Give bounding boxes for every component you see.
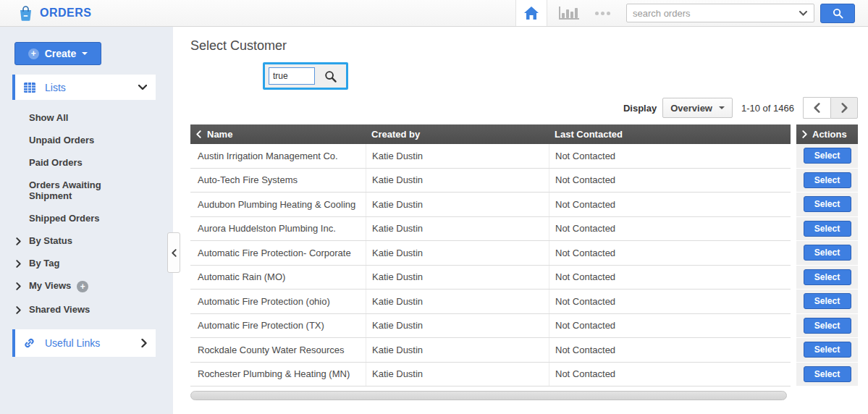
search-scope-dropdown[interactable] <box>792 4 814 22</box>
customer-table-main: Name Created by Last Contacted Austin Ir… <box>190 124 791 400</box>
cell-name: Aurora Huddelston Plumbing Inc. <box>190 217 366 241</box>
chevron-right-icon <box>16 259 21 270</box>
actions-cell: Select <box>796 241 858 266</box>
pagination-group <box>803 97 858 119</box>
sidebar-item-my-views[interactable]: My Views+ <box>0 274 138 298</box>
actions-cell: Select <box>796 144 858 169</box>
sidebar-item-unpaid-orders[interactable]: Unpaid Orders+ <box>0 129 138 151</box>
column-header-created-by: Created by <box>366 129 549 140</box>
next-page-button[interactable] <box>830 97 858 119</box>
sidebar-item-label: Orders Awaiting Shipment <box>29 179 101 201</box>
select-button[interactable]: Select <box>804 148 851 164</box>
cell-name: Automatic Fire Protection (ohio) <box>190 290 366 313</box>
sidebar-item-show-all[interactable]: Show All+ <box>0 106 138 129</box>
caret-down-icon <box>719 106 725 112</box>
chevron-left-icon <box>814 103 820 113</box>
shopping-bag-icon <box>19 6 33 21</box>
chevron-left-icon <box>196 130 201 138</box>
table-header: Name Created by Last Contacted <box>190 124 791 144</box>
display-label: Display <box>623 103 657 114</box>
select-button[interactable]: Select <box>804 342 851 358</box>
app-title: ORDERS <box>40 7 91 20</box>
sidebar-item-label: Shared Views <box>29 304 90 315</box>
main-content: Select Customer Display Overview 1-10 of… <box>173 27 868 414</box>
actions-cell: Select <box>796 169 858 193</box>
more-options-button[interactable] <box>595 12 610 15</box>
topbar-right-group <box>515 0 868 26</box>
cell-created-by: Katie Dustin <box>366 290 549 313</box>
column-header-name[interactable]: Name <box>190 129 366 140</box>
cell-created-by: Katie Dustin <box>366 314 549 338</box>
cell-name: Automatic Fire Protection- Corporate <box>190 241 366 265</box>
cell-last-contacted: Not Contacted <box>549 266 791 290</box>
sidebar-collapse-handle[interactable] <box>167 232 180 273</box>
cell-last-contacted: Not Contacted <box>549 217 791 241</box>
useful-links-label: Useful Links <box>45 337 100 349</box>
sidebar-item-by-tag[interactable]: By Tag+ <box>0 252 138 274</box>
sidebar-item-useful-links[interactable]: Useful Links <box>12 329 156 357</box>
column-header-actions[interactable]: Actions <box>796 124 858 144</box>
sidebar-item-label: Unpaid Orders <box>29 135 94 145</box>
app-logo: ORDERS <box>19 6 91 21</box>
actions-cell: Select <box>796 338 858 363</box>
global-search-input[interactable] <box>627 8 792 19</box>
sidebar-item-by-status[interactable]: By Status+ <box>0 229 138 252</box>
select-button[interactable]: Select <box>804 245 851 261</box>
select-button[interactable]: Select <box>804 196 851 212</box>
create-button[interactable]: + Create <box>14 42 101 65</box>
plus-icon: + <box>28 48 39 59</box>
bar-chart-icon <box>559 7 579 20</box>
sidebar-item-shared-views[interactable]: Shared Views+ <box>0 298 138 321</box>
column-label-created-by: Created by <box>371 129 420 140</box>
actions-cell: Select <box>796 217 858 242</box>
dot-icon <box>601 12 604 15</box>
actions-cell: Select <box>796 290 858 314</box>
table-row: Audubon Plumbing Heating & Cooling Katie… <box>190 193 791 217</box>
search-icon <box>324 70 337 83</box>
cell-name: Austin Irrigation Management Co. <box>190 144 366 168</box>
caret-down-icon <box>82 52 88 58</box>
sidebar-list: Show All+ Unpaid Orders+ Paid Orders+ Or… <box>0 106 173 321</box>
cell-created-by: Katie Dustin <box>366 144 549 168</box>
cell-name: Automatic Rain (MO) <box>190 266 366 290</box>
reports-button[interactable] <box>559 7 579 20</box>
select-button[interactable]: Select <box>804 269 851 285</box>
chevron-right-icon <box>16 282 21 292</box>
table-body: Austin Irrigation Management Co. Katie D… <box>190 144 791 386</box>
sidebar-item-label: By Status <box>29 235 72 246</box>
sidebar-item-label: Show All <box>29 112 68 123</box>
column-label-actions: Actions <box>812 129 847 140</box>
display-mode-dropdown[interactable]: Overview <box>662 98 733 118</box>
cell-name: Audubon Plumbing Heating & Cooling <box>190 193 366 216</box>
sidebar-item-orders-awaiting-shipment[interactable]: Orders Awaiting Shipment+ <box>0 174 138 207</box>
column-label-last-contacted: Last Contacted <box>555 129 623 140</box>
chevron-right-icon <box>16 305 21 316</box>
chevron-right-icon <box>141 339 147 347</box>
select-button[interactable]: Select <box>804 293 851 309</box>
home-button[interactable] <box>515 0 547 26</box>
select-button[interactable]: Select <box>804 172 851 188</box>
customer-table: Name Created by Last Contacted Austin Ir… <box>190 124 858 400</box>
search-icon <box>833 8 843 19</box>
select-button[interactable]: Select <box>804 366 851 382</box>
cell-last-contacted: Not Contacted <box>549 169 791 193</box>
add-view-icon[interactable]: + <box>77 281 88 292</box>
sidebar-item-lists[interactable]: Lists <box>12 75 156 100</box>
sidebar-item-shipped-orders[interactable]: Shipped Orders+ <box>0 207 138 229</box>
select-button[interactable]: Select <box>804 221 851 237</box>
previous-page-button[interactable] <box>803 97 830 119</box>
sidebar-item-label: Paid Orders <box>29 157 83 168</box>
cell-created-by: Katie Dustin <box>366 338 549 362</box>
horizontal-scrollbar[interactable] <box>190 391 787 400</box>
cell-created-by: Katie Dustin <box>366 217 549 241</box>
customer-search-button[interactable] <box>318 67 342 85</box>
actions-cell: Select <box>796 193 858 217</box>
actions-column: Actions Select Select Select Select Sele… <box>796 124 858 400</box>
table-row: Automatic Fire Protection- Corporate Kat… <box>190 241 791 266</box>
cell-created-by: Katie Dustin <box>366 363 549 386</box>
sidebar-item-paid-orders[interactable]: Paid Orders+ <box>0 151 138 174</box>
global-search-button[interactable] <box>820 4 855 23</box>
select-button[interactable]: Select <box>804 318 851 334</box>
customer-search-input[interactable] <box>269 67 315 85</box>
chevron-right-icon <box>16 237 21 248</box>
